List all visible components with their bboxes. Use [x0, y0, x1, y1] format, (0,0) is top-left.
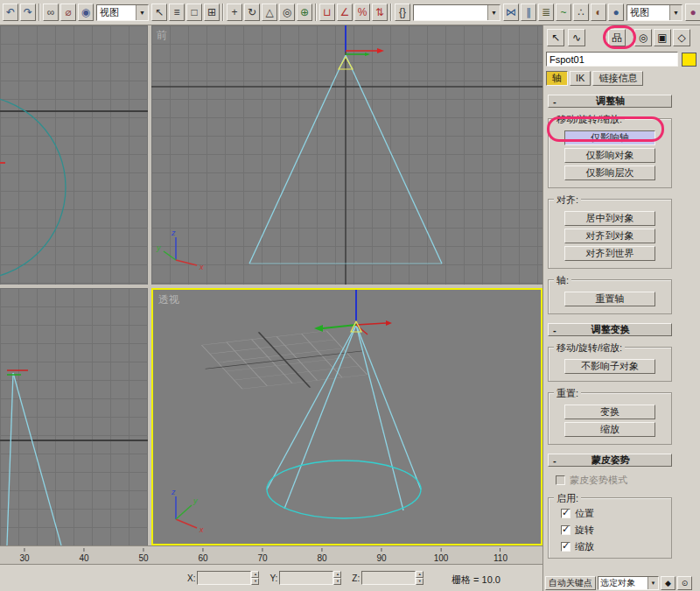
x-spinner[interactable]: ▲▼	[251, 571, 259, 585]
command-panel-tabs: ↖∿品◎▣◇	[543, 25, 700, 48]
hierarchy-tab[interactable]: 品	[608, 29, 626, 46]
axis-tripod	[346, 48, 384, 56]
key-filters-button[interactable]: ⊙	[677, 576, 692, 590]
viewport-area: 前 z	[0, 25, 542, 545]
perspective-wireframe: z x y	[153, 290, 541, 544]
skin-pose-rollout-header[interactable]: - 蒙皮姿势	[548, 454, 672, 467]
bind-to-spacewarp-icon[interactable]: ◉	[78, 4, 94, 21]
trackbar-tick: 100	[434, 548, 449, 563]
select-and-link-icon[interactable]: ∞	[43, 4, 59, 21]
align-to-world-button[interactable]: 对齐到世界	[564, 246, 655, 261]
quick-render-icon[interactable]: ●	[685, 4, 700, 21]
named-selection-sets-icon[interactable]: {}	[395, 4, 410, 21]
scale-checkbox-row[interactable]: 缩放	[561, 540, 671, 553]
viewport-front[interactable]: 前 z	[151, 25, 542, 285]
object-color-swatch[interactable]	[682, 53, 696, 67]
rotation-checkbox[interactable]	[561, 525, 570, 535]
affect-pivot-only-button[interactable]: 仅影响轴	[564, 130, 655, 145]
align-icon[interactable]: ∥	[521, 4, 536, 21]
select-and-move-icon[interactable]: +	[227, 4, 242, 21]
snap-toggle-icon[interactable]: ⊔	[319, 4, 335, 21]
ik-subtab[interactable]: IK	[570, 71, 591, 86]
named-selection-dropdown[interactable]: ▼	[413, 4, 500, 21]
motion-tab[interactable]: ◎	[634, 29, 652, 46]
schematic-view-icon[interactable]: ∴	[573, 4, 589, 21]
create-tab[interactable]: ↖	[547, 29, 564, 46]
scale-checkbox[interactable]	[561, 542, 570, 552]
svg-text:z: z	[171, 488, 176, 496]
skin-pose-mode-checkbox-row[interactable]: 蒙皮姿势模式	[556, 474, 700, 487]
display-tab[interactable]: ▣	[654, 29, 671, 46]
link-info-subtab[interactable]: 链接信息	[592, 71, 643, 86]
modify-tab[interactable]: ∿	[568, 29, 585, 46]
select-and-rotate-icon[interactable]: ↻	[244, 4, 260, 21]
use-pivot-center-icon[interactable]: ◎	[279, 4, 295, 21]
skin-pose-mode-checkbox[interactable]	[556, 475, 565, 485]
z-spinner[interactable]: ▲▼	[416, 571, 424, 585]
undo-icon[interactable]: ↶	[3, 4, 18, 21]
checkbox-label: 旋转	[575, 524, 594, 537]
center-to-object-button[interactable]: 居中到对象	[564, 211, 655, 226]
y-spinner[interactable]: ▲▼	[333, 571, 341, 585]
collapse-icon: -	[553, 455, 556, 466]
trackbar-tick: 30	[19, 548, 29, 563]
render-type-dropdown[interactable]: 视图▼	[626, 4, 682, 21]
selection-filter-dropdown[interactable]: 视图▼	[96, 4, 149, 21]
render-scene-icon[interactable]: ●	[608, 4, 624, 21]
select-and-scale-icon[interactable]: △	[262, 4, 277, 21]
key-mode-dropdown[interactable]: 选定对象 ▼	[598, 576, 659, 590]
group-label: 移动/旋转/缩放:	[554, 341, 625, 355]
position-checkbox-row[interactable]: 位置	[561, 507, 671, 520]
enabled-group: 启用: 位置 旋转 缩放	[548, 497, 672, 559]
affect-object-only-button[interactable]: 仅影响对象	[564, 148, 655, 163]
adjust-pivot-rollout-header[interactable]: - 调整轴	[548, 95, 672, 108]
reset-pivot-button[interactable]: 重置轴	[564, 292, 655, 306]
mirror-icon[interactable]: ⋈	[503, 4, 519, 21]
hierarchy-subtabs: 轴 IK 链接信息	[546, 71, 697, 86]
adjust-transform-rollout-header[interactable]: - 调整变换	[548, 323, 672, 336]
percent-snap-icon[interactable]: %	[354, 4, 370, 21]
position-checkbox[interactable]	[561, 509, 570, 518]
layer-manager-icon[interactable]: ≣	[538, 4, 554, 21]
viewport-top-left[interactable]	[0, 25, 148, 285]
reset-transform-button[interactable]: 变换	[564, 405, 655, 419]
angle-snap-icon[interactable]: ∠	[337, 4, 353, 21]
toolbar-separator	[315, 4, 317, 21]
3dsmax-window: ↶↷∞⌀◉视图▼↖≡□⊞+↻△◎⊕⊔∠%⇅{}▼⋈∥≣~∴◐●视图▼● 前	[0, 0, 700, 591]
material-editor-icon[interactable]: ◐	[591, 4, 606, 21]
unlink-selection-icon[interactable]: ⌀	[60, 4, 76, 21]
left-viewport-wireframe	[0, 25, 148, 285]
rotation-checkbox-row[interactable]: 旋转	[561, 524, 671, 537]
group-label: 移动/旋转/缩放:	[554, 113, 625, 126]
x-coordinate-field[interactable]	[197, 571, 251, 585]
y-coordinate-field[interactable]	[279, 571, 333, 585]
align-to-object-button[interactable]: 对齐到对象	[564, 229, 655, 243]
y-label: Y:	[270, 573, 277, 583]
front-viewport-label: 前	[157, 28, 167, 43]
viewport-bottom-left[interactable]	[0, 288, 148, 545]
select-by-name-icon[interactable]: ≡	[169, 4, 185, 21]
toolbar-separator	[390, 4, 392, 21]
affect-hierarchy-only-button[interactable]: 仅影响层次	[564, 165, 655, 180]
chevron-down-icon: ▼	[669, 5, 682, 20]
spinner-snap-icon[interactable]: ⇅	[372, 4, 388, 21]
window-crossing-icon[interactable]: ⊞	[204, 4, 220, 21]
z-coordinate-field[interactable]	[361, 571, 416, 585]
set-key-button[interactable]: ◆	[661, 576, 676, 590]
reset-scale-button[interactable]: 缩放	[564, 422, 655, 437]
trackbar[interactable]: 30405060708090100110	[0, 545, 542, 565]
utilities-tab[interactable]: ◇	[673, 29, 690, 46]
alignment-group: 对齐: 居中到对象 对齐到对象 对齐到世界	[548, 199, 672, 269]
chevron-down-icon: ▼	[487, 5, 500, 20]
select-and-manipulate-icon[interactable]: ⊕	[297, 4, 312, 21]
dont-affect-children-button[interactable]: 不影响子对象	[564, 359, 655, 374]
rectangular-selection-region-icon[interactable]: □	[186, 4, 202, 21]
pivot-subtab[interactable]: 轴	[546, 71, 568, 86]
checkbox-label: 蒙皮姿势模式	[570, 474, 627, 487]
redo-icon[interactable]: ↷	[20, 4, 36, 21]
curve-editor-icon[interactable]: ~	[556, 4, 571, 21]
viewport-perspective[interactable]: 透视	[151, 288, 542, 545]
select-object-icon[interactable]: ↖	[151, 4, 167, 21]
object-name-field[interactable]	[546, 52, 678, 67]
auto-key-button[interactable]: 自动关键点	[545, 576, 596, 590]
